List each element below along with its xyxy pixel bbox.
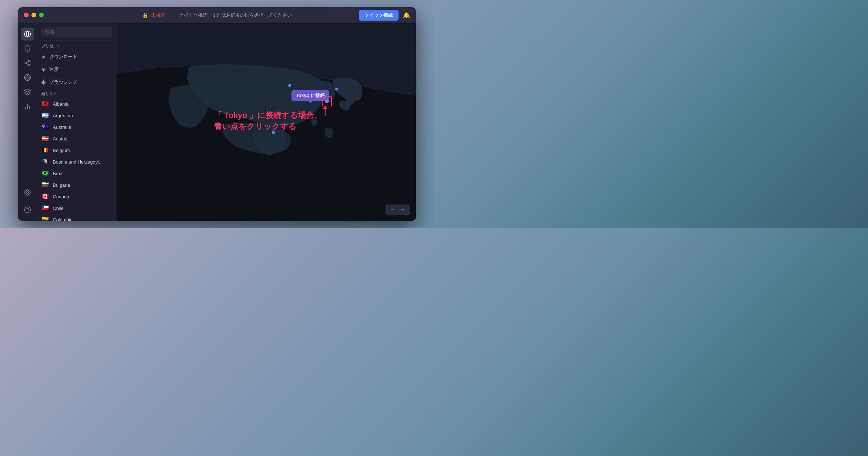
country-flag: 🇧🇦 xyxy=(41,159,49,165)
country-item[interactable]: 🇧🇪Belgium xyxy=(37,144,116,156)
instruction-arrow xyxy=(322,106,329,118)
country-panel: プリセット ◈ ダウンロード ◈ 速度 ◈ ブラウジング 国リスト 🇦🇱Alba… xyxy=(37,23,116,221)
country-flag: 🇧🇷 xyxy=(41,170,49,176)
app-window: 🔒 未接続 クイック接続、またはお好みの国を選択してください クイック接続 🔔 xyxy=(18,7,416,221)
country-name: Canada xyxy=(53,194,69,199)
lock-icon: 🔒 xyxy=(142,12,148,18)
sidebar-icon-globe[interactable] xyxy=(21,28,34,41)
svg-point-14 xyxy=(26,192,28,194)
search-input[interactable] xyxy=(41,27,112,37)
country-name: Albania xyxy=(53,101,68,107)
country-name: Colombia xyxy=(53,217,73,221)
country-flag: 🇨🇴 xyxy=(41,217,49,221)
search-bar xyxy=(37,23,116,41)
country-item[interactable]: 🇦🇱Albania xyxy=(37,98,116,110)
connection-status: 未接続 xyxy=(151,12,165,18)
country-item[interactable]: 🇧🇦Bosnia and Herzegovi... xyxy=(37,156,116,168)
country-name: Bosnia and Herzegovi... xyxy=(53,159,103,165)
country-name: Argentina xyxy=(53,113,73,118)
preset-speed-label: 速度 xyxy=(49,66,59,73)
instruction-text: 「 Tokyo 」に接続する場合、 青い点をクリックする xyxy=(214,110,322,132)
download-preset-icon: ◈ xyxy=(41,53,46,60)
presets-label: プリセット xyxy=(37,41,116,50)
svg-marker-10 xyxy=(24,89,30,92)
country-flag: 🇦🇷 xyxy=(41,113,49,118)
preset-download-label: ダウンロード xyxy=(49,54,77,60)
country-item[interactable]: 🇦🇹Austria xyxy=(37,133,116,144)
titlebar: 🔒 未接続 クイック接続、またはお好みの国を選択してください クイック接続 🔔 xyxy=(18,7,416,23)
titlebar-subtitle: クイック接続、またはお好みの国を選択してください xyxy=(179,12,292,18)
close-button[interactable] xyxy=(24,13,29,17)
country-flag: 🇧🇪 xyxy=(41,147,49,153)
svg-line-5 xyxy=(26,63,29,64)
instruction-line1: 「 Tokyo 」に接続する場合、 xyxy=(214,110,322,121)
tokyo-dot-inner xyxy=(325,100,329,103)
country-item[interactable]: 🇨🇦Canada xyxy=(37,191,116,202)
preset-download[interactable]: ◈ ダウンロード xyxy=(37,50,116,63)
preset-speed[interactable]: ◈ 速度 xyxy=(37,63,116,76)
maximize-button[interactable] xyxy=(39,13,44,17)
preset-browsing-label: ブラウジング xyxy=(49,79,77,85)
zoom-out-button[interactable]: － xyxy=(388,206,397,214)
country-name: Bulgaria xyxy=(53,182,70,188)
tokyo-server-dot[interactable] xyxy=(322,96,332,106)
svg-point-8 xyxy=(26,76,29,79)
country-name: Australia xyxy=(53,124,71,130)
country-list: 🇦🇱Albania🇦🇷Argentina🇦🇺Australia🇦🇹Austria… xyxy=(37,98,116,221)
svg-point-2 xyxy=(28,60,30,62)
country-name: Chile xyxy=(53,206,64,211)
sidebar-icon-network[interactable] xyxy=(21,56,34,69)
country-name: Brazil xyxy=(53,171,65,176)
sidebar-icons xyxy=(18,23,37,221)
svg-line-6 xyxy=(26,61,29,62)
country-flag: 🇦🇱 xyxy=(41,101,49,107)
sidebar-icon-target[interactable] xyxy=(21,71,34,84)
country-name: Belgium xyxy=(53,148,70,153)
titlebar-center: 🔒 未接続 クイック接続、またはお好みの国を選択してください xyxy=(142,12,292,18)
country-name: Austria xyxy=(53,136,67,142)
country-flag: 🇨🇱 xyxy=(41,205,49,211)
quick-connect-button[interactable]: クイック接続 xyxy=(359,10,399,21)
bell-icon[interactable]: 🔔 xyxy=(403,12,410,18)
minimize-button[interactable] xyxy=(31,13,36,17)
speed-preset-icon: ◈ xyxy=(41,66,46,73)
instruction-line2: 青い点をクリックする xyxy=(214,121,322,132)
sidebar-icon-stats[interactable] xyxy=(21,100,34,113)
country-item[interactable]: 🇨🇴Colombia xyxy=(37,214,116,221)
sidebar-icon-layers[interactable] xyxy=(21,85,34,98)
country-item[interactable]: 🇧🇷Brazil xyxy=(37,168,116,179)
svg-point-3 xyxy=(25,62,26,64)
country-list-label: 国リスト xyxy=(37,88,116,98)
sidebar-icon-shield[interactable] xyxy=(21,42,34,55)
country-item[interactable]: 🇦🇺Australia xyxy=(37,121,116,133)
main-content: プリセット ◈ ダウンロード ◈ 速度 ◈ ブラウジング 国リスト 🇦🇱Alba… xyxy=(18,23,416,221)
browsing-preset-icon: ◈ xyxy=(41,79,46,85)
country-flag: 🇨🇦 xyxy=(41,194,49,199)
svg-point-4 xyxy=(28,64,30,66)
sidebar-icon-help[interactable] xyxy=(21,203,34,216)
preset-browsing[interactable]: ◈ ブラウジング xyxy=(37,76,116,88)
zoom-controls: － ＋ xyxy=(386,204,410,215)
country-flag: 🇦🇹 xyxy=(41,136,49,142)
country-item[interactable]: 🇦🇷Argentina xyxy=(37,110,116,121)
country-flag: 🇦🇺 xyxy=(41,124,49,130)
svg-marker-19 xyxy=(323,106,327,109)
country-flag: 🇧🇬 xyxy=(41,182,49,188)
svg-point-9 xyxy=(27,77,28,78)
map-area: Tokyo に接続 「 Tokyo 」に接続する場合、 青い点をクリックする － xyxy=(116,23,416,221)
server-dot-korea[interactable] xyxy=(288,84,291,87)
server-dot-tokyo[interactable] xyxy=(335,88,338,90)
titlebar-right: クイック接続 🔔 xyxy=(359,10,410,21)
country-item[interactable]: 🇨🇱Chile xyxy=(37,202,116,214)
zoom-in-button[interactable]: ＋ xyxy=(399,206,407,214)
sidebar-icon-settings[interactable] xyxy=(21,186,34,199)
country-item[interactable]: 🇧🇬Bulgaria xyxy=(37,179,116,191)
traffic-lights xyxy=(24,13,44,17)
